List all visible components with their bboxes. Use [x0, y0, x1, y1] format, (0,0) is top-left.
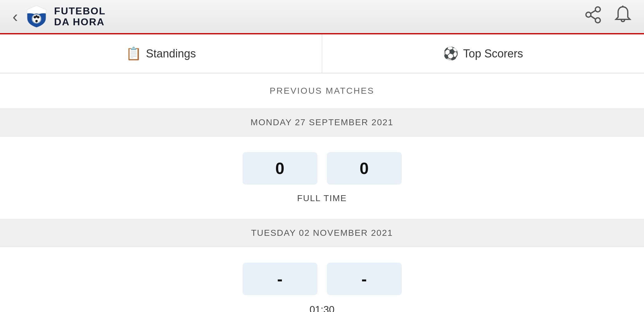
share-icon[interactable] [585, 6, 602, 27]
tab-bar: 📋 Standings ⚽ Top Scorers [0, 34, 644, 73]
tab-standings[interactable]: 📋 Standings [0, 34, 322, 73]
svg-point-8 [586, 12, 591, 17]
previous-matches-label: PREVIOUS MATCHES [0, 73, 644, 109]
match-row-1[interactable]: 0 0 FULL TIME [0, 136, 644, 219]
tab-top-scorers[interactable]: ⚽ Top Scorers [322, 34, 644, 73]
match-status-1: FULL TIME [297, 193, 347, 203]
standings-tab-label: Standings [146, 47, 196, 60]
away-score-1: 0 [327, 152, 402, 185]
top-scorers-icon: ⚽ [443, 46, 459, 61]
back-button[interactable]: ‹ [12, 8, 18, 25]
svg-point-7 [595, 18, 600, 23]
app-header: ‹ FUTEBOL DA HORA [0, 0, 644, 34]
home-score-2: - [243, 263, 317, 295]
score-row-2: - - [243, 263, 402, 295]
standings-icon: 📋 [126, 46, 141, 61]
home-score-1: 0 [243, 152, 317, 185]
date-header-2: TUESDAY 02 NOVEMBER 2021 [0, 219, 644, 247]
svg-line-9 [591, 11, 595, 13]
svg-point-6 [595, 7, 600, 12]
date-header-1: MONDAY 27 SEPTEMBER 2021 [0, 109, 644, 136]
bell-icon[interactable] [614, 5, 632, 28]
match-row-2[interactable]: - - 01:30 [0, 247, 644, 312]
logo-futebol: FUTEBOL [54, 6, 106, 17]
logo-shield-icon [24, 4, 49, 29]
logo-text: FUTEBOL DA HORA [54, 6, 106, 27]
svg-line-10 [591, 16, 595, 19]
header-actions [585, 5, 632, 28]
header-left: ‹ FUTEBOL DA HORA [12, 4, 106, 29]
match-time-2: 01:30 [309, 304, 334, 312]
score-row-1: 0 0 [243, 152, 402, 185]
top-scorers-tab-label: Top Scorers [463, 47, 523, 60]
logo-dahora: DA HORA [54, 17, 106, 27]
main-content: PREVIOUS MATCHES MONDAY 27 SEPTEMBER 202… [0, 73, 644, 312]
logo: FUTEBOL DA HORA [24, 4, 106, 29]
away-score-2: - [327, 263, 402, 295]
